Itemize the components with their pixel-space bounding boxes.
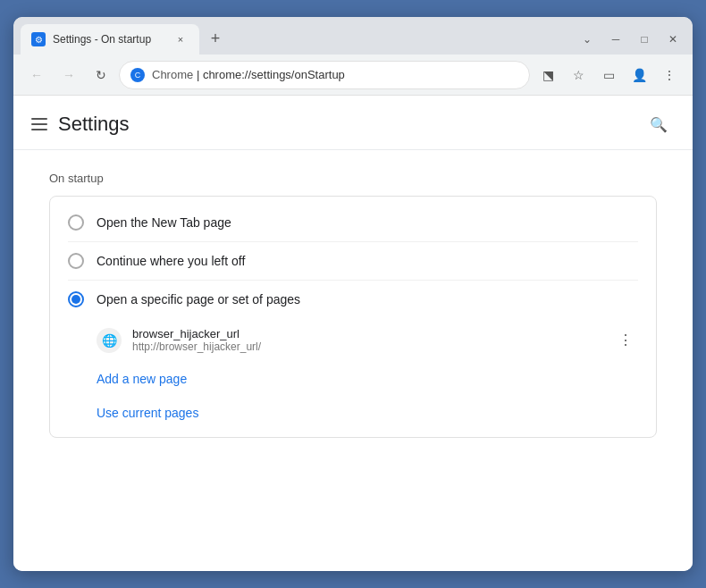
section-title: On startup: [49, 172, 657, 185]
tab-title: Settings - On startup: [53, 33, 165, 46]
radio-new-tab[interactable]: [68, 214, 84, 231]
option-new-tab-label: Open the New Tab page: [97, 215, 231, 230]
settings-header: Settings 🔍: [13, 96, 693, 150]
hamburger-menu-button[interactable]: [31, 118, 47, 130]
new-tab-button[interactable]: +: [203, 26, 228, 51]
address-bar[interactable]: C Chrome | chrome://settings/onStartup: [119, 61, 530, 89]
url-entry: 🌐 browser_hijacker_url http://browser_hi…: [50, 318, 656, 362]
bookmark-button[interactable]: ☆: [564, 61, 593, 89]
url-address: http://browser_hijacker_url/: [132, 340, 602, 353]
url-site-name: browser_hijacker_url: [132, 327, 602, 340]
option-continue[interactable]: Continue where you left off: [50, 242, 656, 280]
title-bar: ⚙ Settings - On startup × + ⌄ ─ □ ✕: [13, 17, 693, 55]
menu-button[interactable]: ⋮: [655, 61, 684, 89]
use-current-row: Use current pages: [50, 396, 656, 430]
browser-window: ⚙ Settings - On startup × + ⌄ ─ □ ✕ ← → …: [13, 17, 693, 571]
options-card: Open the New Tab page Continue where you…: [49, 196, 657, 438]
globe-icon: 🌐: [97, 328, 122, 353]
option-continue-label: Continue where you left off: [97, 254, 245, 268]
content-area: Settings 🔍 PC rk.com On startup Open the…: [13, 96, 693, 571]
sidebar-button[interactable]: ▭: [594, 61, 623, 89]
back-button[interactable]: ←: [22, 61, 51, 89]
url-more-button[interactable]: ⋮: [613, 328, 638, 353]
radio-specific[interactable]: [68, 291, 84, 307]
close-button[interactable]: ✕: [660, 29, 685, 49]
tab-favicon: ⚙: [31, 32, 46, 46]
active-tab[interactable]: ⚙ Settings - On startup ×: [21, 24, 199, 55]
address-text: Chrome | chrome://settings/onStartup: [152, 68, 518, 81]
forward-button[interactable]: →: [55, 61, 83, 89]
tab-close-button[interactable]: ×: [172, 31, 189, 47]
url-info: browser_hijacker_url http://browser_hija…: [132, 327, 602, 353]
window-controls: ⌄ ─ □ ✕: [575, 29, 685, 49]
use-current-pages-link[interactable]: Use current pages: [97, 406, 198, 420]
add-page-row: Add a new page: [50, 362, 656, 396]
maximize-button[interactable]: □: [632, 29, 657, 49]
site-favicon: C: [130, 68, 145, 82]
add-new-page-link[interactable]: Add a new page: [97, 372, 187, 386]
radio-continue[interactable]: [68, 253, 84, 269]
settings-title: Settings: [58, 113, 130, 136]
toolbar-actions: ⬔ ☆ ▭ 👤 ⋮: [534, 61, 684, 89]
option-specific-label: Open a specific page or set of pages: [97, 292, 300, 307]
minimize-button[interactable]: ─: [603, 29, 628, 49]
chevron-down-button[interactable]: ⌄: [575, 29, 600, 49]
profile-button[interactable]: 👤: [625, 61, 653, 89]
settings-header-left: Settings: [31, 113, 130, 136]
option-specific[interactable]: Open a specific page or set of pages: [50, 281, 656, 318]
search-settings-button[interactable]: 🔍: [643, 108, 675, 140]
cast-button[interactable]: ⬔: [534, 61, 562, 89]
browser-toolbar: ← → ↻ C Chrome | chrome://settings/onSta…: [13, 55, 693, 96]
reload-button[interactable]: ↻: [87, 61, 115, 89]
settings-content: PC rk.com On startup Open the New Tab pa…: [13, 150, 693, 571]
option-new-tab[interactable]: Open the New Tab page: [50, 204, 656, 241]
